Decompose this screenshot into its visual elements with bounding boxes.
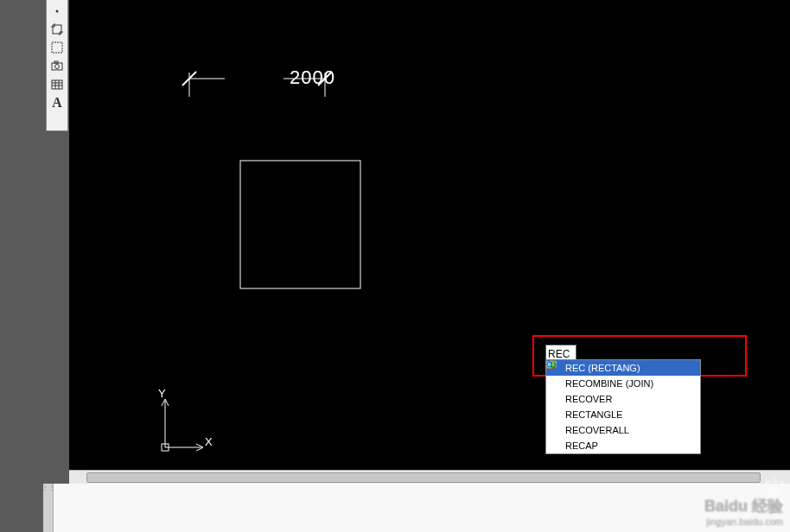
autocomplete-item-recoverall[interactable]: RECOVERALL	[546, 422, 700, 438]
svg-rect-6	[52, 42, 62, 53]
recoverall-icon	[549, 424, 561, 436]
app-root: A 2000	[0, 0, 790, 532]
autocomplete-item-recombine[interactable]: RECOMBINE (JOIN)	[546, 376, 700, 391]
svg-point-0	[56, 10, 59, 12]
autocomplete-item-rectangle[interactable]: RECTANGLE	[546, 407, 700, 422]
ucs-icon: Y X	[151, 387, 220, 456]
autocomplete-item-label: RECOMBINE (JOIN)	[565, 378, 653, 389]
ucs-y-label: Y	[158, 387, 166, 400]
tool-table[interactable]	[48, 76, 67, 92]
watermark-brand: Baidu 经验	[704, 497, 783, 515]
svg-rect-9	[54, 61, 58, 63]
recap-icon	[549, 440, 561, 452]
svg-rect-10	[52, 80, 62, 89]
command-panel-bg: ⋮⋮	[43, 484, 790, 532]
autocomplete-item-rec[interactable]: REC (RECTANG)	[546, 360, 700, 376]
join-icon	[549, 377, 561, 390]
tool-rect-select[interactable]	[48, 40, 67, 56]
tool-camera[interactable]	[48, 58, 67, 74]
svg-rect-19	[240, 161, 360, 288]
horizontal-scrollbar[interactable]	[69, 470, 790, 484]
autocomplete-item-label: RECOVER	[565, 394, 612, 404]
autocomplete-item-label: RECTANGLE	[565, 409, 622, 420]
autocomplete-item-label: RECOVERALL	[565, 425, 629, 435]
paw-icon	[764, 480, 783, 496]
left-toolbar: A	[46, 0, 68, 131]
tool-point[interactable]	[48, 3, 67, 19]
recover-icon	[549, 393, 561, 405]
watermark: Baidu 经验 jingyan.baidu.com	[704, 480, 783, 527]
dynamic-input-box[interactable]	[545, 345, 577, 360]
svg-point-8	[55, 65, 60, 69]
ucs-x-label: X	[205, 435, 213, 448]
tool-crop[interactable]	[48, 21, 67, 37]
tool-blank[interactable]	[48, 113, 67, 130]
scrollbar-thumb[interactable]	[86, 472, 761, 483]
autocomplete-item-label: RECAP	[565, 440, 598, 451]
autocomplete-item-label: REC (RECTANG)	[565, 363, 640, 373]
panel-grip[interactable]: ⋮⋮	[43, 484, 54, 532]
watermark-url: jingyan.baidu.com	[706, 516, 783, 527]
blank-icon	[549, 408, 561, 421]
autocomplete-list: REC (RECTANG) RECOMBINE (JOIN) RECOVER R…	[545, 359, 701, 454]
dimension-value: 2000	[290, 66, 335, 89]
drawing-canvas[interactable]: 2000 Y X REC (RECTANG)	[69, 0, 790, 470]
tool-text[interactable]: A	[48, 94, 67, 111]
autocomplete-item-recap[interactable]: RECAP	[546, 438, 700, 453]
autocomplete-item-recover[interactable]: RECOVER	[546, 391, 700, 407]
